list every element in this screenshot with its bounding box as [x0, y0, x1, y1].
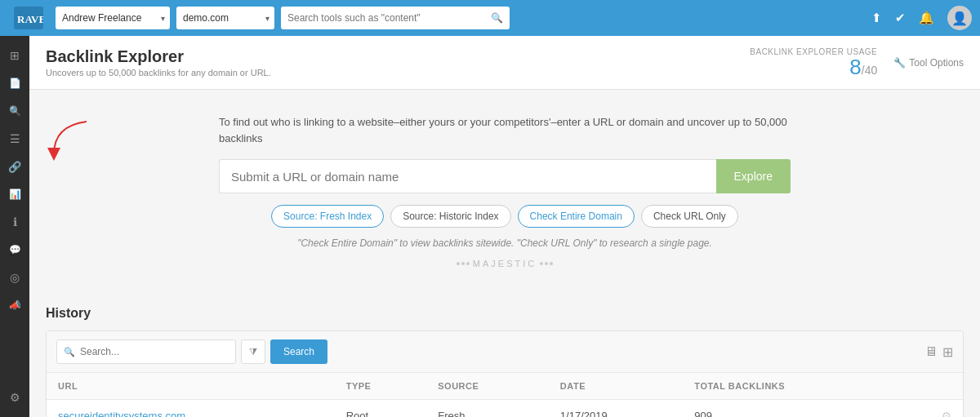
sidebar-item-reports[interactable]: 📄 [0, 70, 29, 96]
col-type: TYPE [335, 373, 427, 400]
page-subtitle: Uncovers up to 50,000 backlinks for any … [46, 68, 271, 78]
sidebar-item-analytics[interactable]: 📊 [0, 181, 29, 207]
cell-date: 1/17/2019 [549, 400, 684, 418]
usage-block: BACKLINK EXPLORER USAGE 8/40 [750, 47, 877, 78]
col-backlinks: TOTAL BACKLINKS [683, 373, 900, 400]
history-table: URL TYPE SOURCE DATE TOTAL BACKLINKS [47, 373, 963, 417]
history-section: 🔍 ⧩ Search 🖥 ⊞ [46, 330, 964, 417]
upload-icon[interactable]: ⬆ [871, 11, 882, 25]
table-row: secureidentitysystems.com Root Fresh 1/1… [47, 400, 963, 418]
cell-actions[interactable]: ⚙ [900, 400, 963, 418]
cell-url: secureidentitysystems.com [47, 400, 335, 418]
nav-search-icon: 🔍 [491, 12, 503, 24]
top-nav: RAVEN Andrew Freelance demo.com 🔍 ⬆ ✔ 🔔 … [0, 0, 980, 36]
filter-icon-button[interactable]: ⧩ [241, 339, 265, 364]
filter-entire-domain[interactable]: Check Entire Domain [518, 205, 635, 228]
nav-search-bar[interactable]: 🔍 [281, 7, 510, 29]
explore-section: To find out who is linking to a website–… [219, 114, 791, 268]
table-body: secureidentitysystems.com Root Fresh 1/1… [47, 400, 963, 418]
search-input-wrapper: 🔍 [56, 339, 236, 364]
usage-count: 8/40 [750, 56, 877, 78]
history-search-bar: 🔍 ⧩ Search 🖥 ⊞ [47, 331, 963, 373]
usage-max: /40 [862, 64, 877, 77]
url-input[interactable] [219, 159, 716, 193]
explore-note: "Check Entire Domain" to view backlinks … [219, 237, 791, 249]
table-header: URL TYPE SOURCE DATE TOTAL BACKLINKS [47, 373, 963, 400]
sidebar-item-settings[interactable]: ⚙ [0, 384, 29, 410]
cell-source: Fresh [426, 400, 549, 418]
filter-buttons: Source: Fresh Index Source: Historic Ind… [219, 205, 791, 228]
sidebar-item-target[interactable]: ◎ [0, 264, 29, 291]
sidebar-item-chat[interactable]: 💬 [0, 237, 29, 263]
sidebar-item-dashboard[interactable]: ⊞ [0, 42, 29, 69]
col-date: DATE [549, 373, 684, 400]
sidebar-item-info[interactable]: ℹ [0, 209, 29, 235]
desktop-view-icon[interactable]: 🖥 [924, 344, 938, 360]
logo: RAVEN [8, 7, 49, 29]
table-view-icon[interactable]: ⊞ [942, 344, 953, 360]
filter-icon: ⧩ [249, 346, 257, 357]
search-button[interactable]: Search [270, 339, 327, 364]
avatar[interactable]: 👤 [947, 6, 972, 30]
domain-select[interactable]: demo.com [176, 7, 274, 29]
account-select-wrapper[interactable]: Andrew Freelance [56, 7, 170, 29]
sidebar-item-marketing[interactable]: 📣 [0, 292, 29, 318]
wrench-icon: 🔧 [893, 57, 906, 69]
explore-description: To find out who is linking to a website–… [219, 114, 791, 146]
url-form: Explore [219, 159, 791, 193]
search-input[interactable] [80, 346, 229, 357]
filter-url-only[interactable]: Check URL Only [641, 205, 738, 228]
header-right: BACKLINK EXPLORER USAGE 8/40 🔧 Tool Opti… [750, 47, 964, 78]
col-source: SOURCE [426, 373, 549, 400]
nav-search-input[interactable] [287, 12, 488, 24]
col-actions [900, 373, 963, 400]
filter-historic-index[interactable]: Source: Historic Index [390, 205, 510, 228]
bell-icon[interactable]: 🔔 [919, 11, 934, 25]
majestic-logo: MAJESTIC [219, 259, 791, 268]
cell-backlinks: 909 [683, 400, 900, 418]
col-url: URL [47, 373, 335, 400]
url-link[interactable]: secureidentitysystems.com [58, 410, 185, 417]
page-header: Backlink Explorer Uncovers up to 50,000 … [29, 36, 980, 90]
usage-current: 8 [849, 55, 861, 79]
checkmark-icon[interactable]: ✔ [895, 11, 906, 25]
filter-fresh-index[interactable]: Source: Fresh Index [271, 205, 384, 228]
account-select[interactable]: Andrew Freelance [56, 7, 170, 29]
search-icon: 🔍 [64, 347, 75, 357]
tool-options-label: Tool Options [909, 57, 964, 69]
sidebar: ⊞ 📄 🔍 ☰ 🔗 📊 ℹ 💬 ◎ 📣 ⚙ [0, 36, 29, 417]
sidebar-item-search[interactable]: 🔍 [0, 98, 29, 124]
content-area: To find out who is linking to a website–… [29, 90, 980, 417]
view-icons: 🖥 ⊞ [924, 344, 953, 360]
history-table-wrapper: URL TYPE SOURCE DATE TOTAL BACKLINKS [47, 373, 963, 417]
nav-icons: ⬆ ✔ 🔔 👤 [871, 6, 972, 30]
main-content: Backlink Explorer Uncovers up to 50,000 … [29, 36, 980, 417]
page-title: Backlink Explorer [46, 47, 271, 66]
domain-select-wrapper[interactable]: demo.com [176, 7, 274, 29]
svg-text:RAVEN: RAVEN [17, 13, 43, 25]
majestic-label: MAJESTIC [473, 259, 537, 268]
tool-options-button[interactable]: 🔧 Tool Options [893, 57, 964, 69]
cell-type: Root [335, 400, 427, 418]
sidebar-item-links[interactable]: 🔗 [0, 153, 29, 180]
explore-button[interactable]: Explore [716, 159, 791, 193]
sidebar-item-tasks[interactable]: ☰ [0, 126, 29, 152]
history-title: History [46, 293, 964, 330]
